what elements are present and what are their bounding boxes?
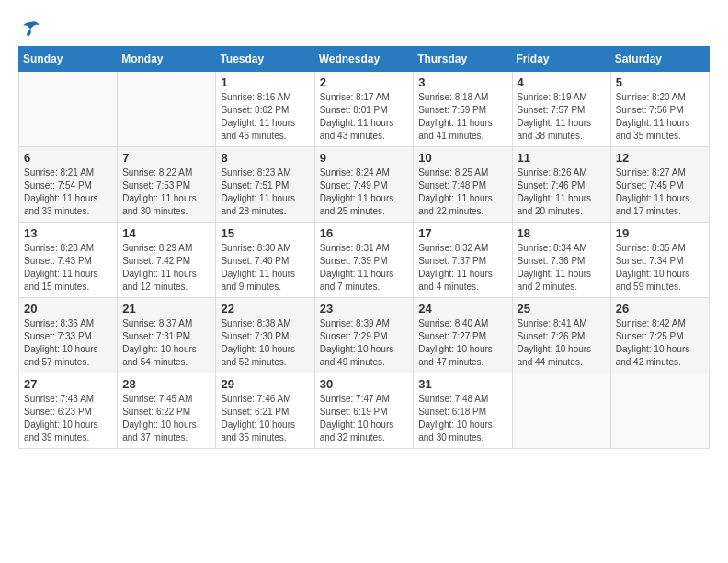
calendar-cell: 11Sunrise: 8:26 AM Sunset: 7:46 PM Dayli… bbox=[512, 147, 610, 223]
day-number: 23 bbox=[320, 302, 409, 316]
day-number: 21 bbox=[122, 302, 210, 316]
day-info: Sunrise: 8:37 AM Sunset: 7:31 PM Dayligh… bbox=[122, 317, 210, 369]
day-info: Sunrise: 8:20 AM Sunset: 7:56 PM Dayligh… bbox=[616, 91, 704, 143]
weekday-header-tuesday: Tuesday bbox=[216, 47, 314, 72]
calendar-cell: 10Sunrise: 8:25 AM Sunset: 7:48 PM Dayli… bbox=[414, 147, 512, 223]
weekday-header-monday: Monday bbox=[118, 47, 216, 72]
calendar-cell: 20Sunrise: 8:36 AM Sunset: 7:33 PM Dayli… bbox=[19, 298, 118, 373]
day-info: Sunrise: 8:24 AM Sunset: 7:49 PM Dayligh… bbox=[320, 167, 409, 218]
day-number: 15 bbox=[221, 226, 309, 240]
day-info: Sunrise: 8:40 AM Sunset: 7:27 PM Dayligh… bbox=[418, 317, 506, 369]
logo-general bbox=[18, 18, 42, 40]
day-info: Sunrise: 8:19 AM Sunset: 7:57 PM Dayligh… bbox=[518, 91, 606, 143]
day-info: Sunrise: 8:17 AM Sunset: 8:01 PM Dayligh… bbox=[320, 91, 409, 143]
calendar-week-2: 6Sunrise: 8:21 AM Sunset: 7:54 PM Daylig… bbox=[19, 147, 710, 223]
calendar-cell: 28Sunrise: 7:45 AM Sunset: 6:22 PM Dayli… bbox=[118, 373, 216, 449]
day-number: 30 bbox=[320, 377, 409, 391]
calendar-cell bbox=[512, 373, 610, 449]
day-number: 31 bbox=[418, 377, 506, 391]
calendar-cell: 23Sunrise: 8:39 AM Sunset: 7:29 PM Dayli… bbox=[314, 298, 414, 373]
day-number: 7 bbox=[122, 151, 210, 165]
calendar-cell: 5Sunrise: 8:20 AM Sunset: 7:56 PM Daylig… bbox=[610, 72, 709, 147]
day-info: Sunrise: 8:26 AM Sunset: 7:46 PM Dayligh… bbox=[518, 167, 606, 218]
calendar-cell: 14Sunrise: 8:29 AM Sunset: 7:42 PM Dayli… bbox=[118, 223, 216, 298]
day-info: Sunrise: 8:29 AM Sunset: 7:42 PM Dayligh… bbox=[122, 242, 210, 293]
calendar-cell bbox=[19, 72, 118, 147]
weekday-header-sunday: Sunday bbox=[19, 47, 118, 72]
day-info: Sunrise: 8:41 AM Sunset: 7:26 PM Dayligh… bbox=[518, 317, 606, 369]
day-info: Sunrise: 7:48 AM Sunset: 6:18 PM Dayligh… bbox=[418, 393, 506, 444]
calendar-cell: 12Sunrise: 8:27 AM Sunset: 7:45 PM Dayli… bbox=[610, 147, 709, 223]
calendar-cell: 9Sunrise: 8:24 AM Sunset: 7:49 PM Daylig… bbox=[314, 147, 414, 223]
day-number: 9 bbox=[320, 151, 409, 165]
page-header bbox=[18, 18, 710, 40]
day-info: Sunrise: 7:43 AM Sunset: 6:23 PM Dayligh… bbox=[24, 393, 112, 444]
calendar-cell: 19Sunrise: 8:35 AM Sunset: 7:34 PM Dayli… bbox=[610, 223, 709, 298]
day-number: 14 bbox=[122, 226, 210, 240]
day-number: 6 bbox=[24, 151, 112, 165]
day-number: 13 bbox=[24, 226, 112, 240]
calendar-cell: 22Sunrise: 8:38 AM Sunset: 7:30 PM Dayli… bbox=[216, 298, 314, 373]
day-number: 11 bbox=[518, 151, 606, 165]
day-info: Sunrise: 8:35 AM Sunset: 7:34 PM Dayligh… bbox=[616, 242, 704, 293]
calendar-cell: 7Sunrise: 8:22 AM Sunset: 7:53 PM Daylig… bbox=[118, 147, 216, 223]
day-number: 20 bbox=[24, 302, 112, 316]
day-info: Sunrise: 8:25 AM Sunset: 7:48 PM Dayligh… bbox=[418, 167, 506, 218]
calendar-week-4: 20Sunrise: 8:36 AM Sunset: 7:33 PM Dayli… bbox=[19, 298, 710, 373]
calendar-cell: 6Sunrise: 8:21 AM Sunset: 7:54 PM Daylig… bbox=[19, 147, 118, 223]
day-number: 17 bbox=[418, 226, 506, 240]
day-info: Sunrise: 8:23 AM Sunset: 7:51 PM Dayligh… bbox=[221, 167, 309, 218]
calendar-cell: 17Sunrise: 8:32 AM Sunset: 7:37 PM Dayli… bbox=[414, 223, 512, 298]
calendar-cell: 15Sunrise: 8:30 AM Sunset: 7:40 PM Dayli… bbox=[216, 223, 314, 298]
day-info: Sunrise: 7:47 AM Sunset: 6:19 PM Dayligh… bbox=[320, 393, 409, 444]
day-info: Sunrise: 8:22 AM Sunset: 7:53 PM Dayligh… bbox=[122, 167, 210, 218]
day-info: Sunrise: 7:46 AM Sunset: 6:21 PM Dayligh… bbox=[221, 393, 309, 444]
day-info: Sunrise: 8:32 AM Sunset: 7:37 PM Dayligh… bbox=[418, 242, 506, 293]
day-number: 2 bbox=[320, 75, 409, 89]
day-number: 4 bbox=[518, 75, 606, 89]
day-info: Sunrise: 7:45 AM Sunset: 6:22 PM Dayligh… bbox=[122, 393, 210, 444]
day-info: Sunrise: 8:39 AM Sunset: 7:29 PM Dayligh… bbox=[320, 317, 409, 369]
day-number: 27 bbox=[24, 377, 112, 391]
day-number: 10 bbox=[418, 151, 506, 165]
weekday-header-saturday: Saturday bbox=[610, 47, 709, 72]
day-number: 5 bbox=[616, 75, 704, 89]
day-number: 26 bbox=[616, 302, 704, 316]
calendar-cell: 13Sunrise: 8:28 AM Sunset: 7:43 PM Dayli… bbox=[19, 223, 118, 298]
calendar-cell: 25Sunrise: 8:41 AM Sunset: 7:26 PM Dayli… bbox=[512, 298, 610, 373]
calendar-cell bbox=[610, 373, 709, 449]
calendar-cell: 4Sunrise: 8:19 AM Sunset: 7:57 PM Daylig… bbox=[512, 72, 610, 147]
calendar-week-3: 13Sunrise: 8:28 AM Sunset: 7:43 PM Dayli… bbox=[19, 223, 710, 298]
logo-bird-icon bbox=[20, 18, 42, 40]
day-info: Sunrise: 8:28 AM Sunset: 7:43 PM Dayligh… bbox=[24, 242, 112, 293]
day-info: Sunrise: 8:36 AM Sunset: 7:33 PM Dayligh… bbox=[24, 317, 112, 369]
calendar-week-1: 1Sunrise: 8:16 AM Sunset: 8:02 PM Daylig… bbox=[19, 72, 710, 147]
weekday-header-friday: Friday bbox=[512, 47, 610, 72]
day-number: 8 bbox=[221, 151, 309, 165]
day-number: 22 bbox=[221, 302, 309, 316]
calendar-cell: 8Sunrise: 8:23 AM Sunset: 7:51 PM Daylig… bbox=[216, 147, 314, 223]
day-info: Sunrise: 8:31 AM Sunset: 7:39 PM Dayligh… bbox=[320, 242, 409, 293]
logo bbox=[18, 18, 42, 40]
day-info: Sunrise: 8:21 AM Sunset: 7:54 PM Dayligh… bbox=[24, 167, 112, 218]
day-number: 25 bbox=[518, 302, 606, 316]
day-info: Sunrise: 8:16 AM Sunset: 8:02 PM Dayligh… bbox=[221, 91, 309, 143]
day-info: Sunrise: 8:38 AM Sunset: 7:30 PM Dayligh… bbox=[221, 317, 309, 369]
calendar-cell bbox=[118, 72, 216, 147]
weekday-header-thursday: Thursday bbox=[414, 47, 512, 72]
calendar-cell: 18Sunrise: 8:34 AM Sunset: 7:36 PM Dayli… bbox=[512, 223, 610, 298]
day-info: Sunrise: 8:27 AM Sunset: 7:45 PM Dayligh… bbox=[616, 167, 704, 218]
calendar-cell: 27Sunrise: 7:43 AM Sunset: 6:23 PM Dayli… bbox=[19, 373, 118, 449]
day-number: 16 bbox=[320, 226, 409, 240]
calendar-cell: 2Sunrise: 8:17 AM Sunset: 8:01 PM Daylig… bbox=[314, 72, 414, 147]
day-info: Sunrise: 8:18 AM Sunset: 7:59 PM Dayligh… bbox=[418, 91, 506, 143]
day-number: 18 bbox=[518, 226, 606, 240]
day-info: Sunrise: 8:30 AM Sunset: 7:40 PM Dayligh… bbox=[221, 242, 309, 293]
calendar-cell: 30Sunrise: 7:47 AM Sunset: 6:19 PM Dayli… bbox=[314, 373, 414, 449]
calendar-table: SundayMondayTuesdayWednesdayThursdayFrid… bbox=[18, 46, 710, 449]
day-number: 3 bbox=[418, 75, 506, 89]
day-number: 1 bbox=[221, 75, 309, 89]
calendar-cell: 29Sunrise: 7:46 AM Sunset: 6:21 PM Dayli… bbox=[216, 373, 314, 449]
weekday-header-wednesday: Wednesday bbox=[314, 47, 414, 72]
calendar-cell: 1Sunrise: 8:16 AM Sunset: 8:02 PM Daylig… bbox=[216, 72, 314, 147]
